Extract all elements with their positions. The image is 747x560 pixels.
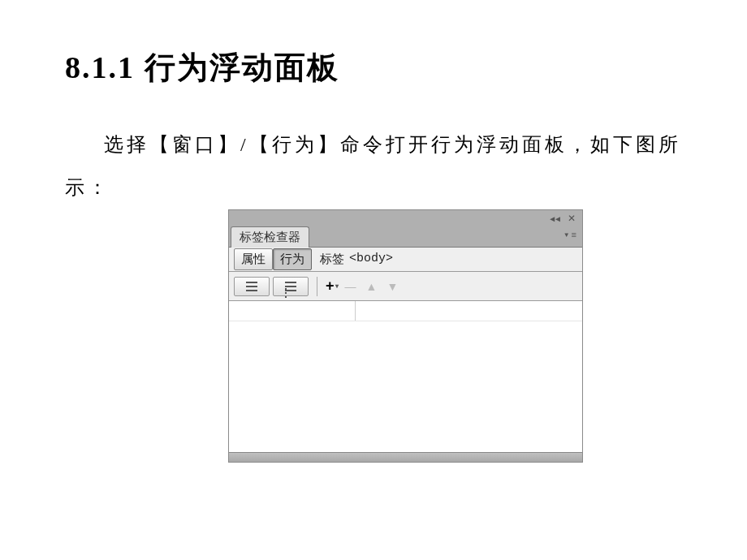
row-divider bbox=[229, 321, 582, 321]
tag-label: 标签 <body> bbox=[320, 252, 393, 267]
panel-topbar: ◄◄ ✕ bbox=[229, 210, 582, 226]
add-behavior-button[interactable]: +▾ bbox=[326, 278, 339, 295]
tab-tag-inspector[interactable]: 标签检查器 bbox=[231, 226, 309, 248]
column-divider bbox=[355, 301, 356, 321]
subtab-behaviors[interactable]: 行为 bbox=[273, 248, 312, 270]
move-down-icon[interactable]: ▼ bbox=[383, 280, 401, 293]
toolbar-separator bbox=[317, 277, 317, 296]
show-all-events-button[interactable] bbox=[273, 277, 309, 296]
behaviors-list[interactable] bbox=[229, 301, 582, 452]
close-icon[interactable]: ✕ bbox=[568, 213, 576, 224]
panel-resize-footer[interactable] bbox=[229, 452, 582, 462]
remove-behavior-button[interactable]: — bbox=[342, 280, 360, 293]
panel-toolbar: +▾ — ▲ ▼ bbox=[229, 272, 582, 301]
collapse-icon[interactable]: ◄◄ bbox=[548, 214, 559, 223]
subtab-attributes[interactable]: 属性 bbox=[234, 248, 273, 270]
panel-menu-icon[interactable]: ▼≡ bbox=[563, 230, 576, 239]
show-set-events-button[interactable] bbox=[234, 277, 270, 296]
panel-tab-row: 标签检查器 ▼≡ bbox=[229, 226, 582, 248]
panel-subtab-row: 属性 行为 标签 <body> bbox=[229, 248, 582, 272]
section-heading: 8.1.1 行为浮动面板 bbox=[65, 47, 339, 88]
tag-value: <body> bbox=[349, 252, 393, 267]
tag-label-text: 标签 bbox=[320, 252, 344, 267]
section-body: 选择【窗口】/【行为】命令打开行为浮动面板，如下图所示： bbox=[65, 123, 682, 209]
move-up-icon[interactable]: ▲ bbox=[363, 280, 381, 293]
behaviors-panel: ◄◄ ✕ 标签检查器 ▼≡ 属性 行为 标签 <body> +▾ — ▲ ▼ bbox=[228, 209, 583, 463]
